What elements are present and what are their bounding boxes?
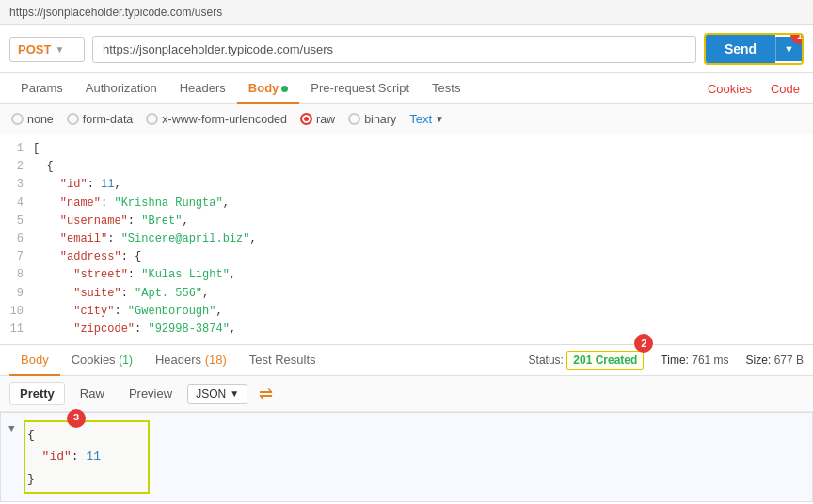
response-tabs: Body Cookies (1) Headers (18) Test Resul… bbox=[0, 345, 813, 376]
method-arrow-icon: ▼ bbox=[55, 44, 64, 55]
method-label: POST bbox=[18, 42, 51, 56]
json-select[interactable]: JSON ▼ bbox=[187, 384, 247, 404]
annotation-3: 3 bbox=[67, 409, 86, 428]
code-line-4: 4 "name": "Krishna Rungta", bbox=[0, 195, 813, 213]
resp-tab-body[interactable]: Body bbox=[9, 345, 60, 376]
wrap-button[interactable]: ⇌ bbox=[259, 384, 273, 404]
radio-binary[interactable] bbox=[348, 113, 360, 125]
status-info: 2 Status: 201 Created Time: 761 ms Size:… bbox=[529, 351, 804, 370]
code-link[interactable]: Code bbox=[767, 74, 804, 103]
status-value: 201 Created bbox=[566, 351, 644, 370]
code-line-1: 1 [ bbox=[0, 140, 813, 158]
code-line-10: 10 "city": "Gwenborough", bbox=[0, 303, 813, 321]
code-line-7: 7 "address": { bbox=[0, 248, 813, 266]
annotation-2: 2 bbox=[634, 334, 653, 353]
resp-tab-headers[interactable]: Headers (18) bbox=[144, 345, 238, 376]
code-line-2: 2 { bbox=[0, 158, 813, 176]
request-tabs: Params Authorization Headers Body Pre-re… bbox=[0, 73, 813, 104]
tab-headers[interactable]: Headers bbox=[168, 73, 237, 104]
option-form-data[interactable]: form-data bbox=[67, 113, 134, 126]
request-row: POST ▼ 1 Send ▼ bbox=[0, 25, 813, 73]
resp-line-1: 3 ▼ { "id": 11 } bbox=[1, 420, 812, 494]
code-editor[interactable]: 1 [ 2 { 3 "id": 11, 4 "name": "Krishna R… bbox=[0, 134, 813, 345]
send-button[interactable]: Send bbox=[706, 35, 775, 63]
radio-form-data[interactable] bbox=[67, 113, 79, 125]
radio-none[interactable] bbox=[11, 113, 24, 125]
size-info: Size: 677 B bbox=[746, 354, 804, 367]
method-select[interactable]: POST ▼ bbox=[9, 37, 85, 62]
tab-params[interactable]: Params bbox=[9, 73, 74, 104]
collapse-toggle[interactable]: ▼ bbox=[8, 420, 24, 439]
headers-badge: (18) bbox=[205, 353, 227, 367]
fmt-preview[interactable]: Preview bbox=[120, 383, 182, 404]
tab-right-links: Cookies Code bbox=[704, 74, 804, 103]
status-label: Status: bbox=[529, 354, 564, 367]
code-line-11: 11 "zipcode": "92998-3874", bbox=[0, 321, 813, 339]
resp-tab-test-results[interactable]: Test Results bbox=[238, 345, 327, 376]
radio-raw[interactable] bbox=[300, 113, 312, 125]
option-raw[interactable]: raw bbox=[300, 113, 335, 126]
url-input[interactable] bbox=[92, 36, 696, 63]
radio-urlencoded[interactable] bbox=[146, 113, 158, 125]
option-binary[interactable]: binary bbox=[348, 113, 396, 126]
option-none[interactable]: none bbox=[11, 113, 54, 126]
send-button-wrap: 1 Send ▼ bbox=[704, 33, 804, 65]
url-bar: https://jsonplaceholder.typicode.com/use… bbox=[0, 0, 813, 25]
code-line-9: 9 "suite": "Apt. 556", bbox=[0, 285, 813, 303]
text-dropdown[interactable]: Text ▼ bbox=[409, 112, 444, 126]
fmt-raw[interactable]: Raw bbox=[71, 383, 114, 404]
time-info: Time: 761 ms bbox=[661, 354, 728, 367]
tab-tests[interactable]: Tests bbox=[421, 73, 471, 104]
code-line-3: 3 "id": 11, bbox=[0, 176, 813, 194]
body-options: none form-data x-www-form-urlencoded raw… bbox=[0, 104, 813, 134]
option-urlencoded[interactable]: x-www-form-urlencoded bbox=[146, 113, 287, 126]
fmt-pretty[interactable]: Pretty bbox=[9, 382, 65, 405]
code-line-8: 8 "street": "Kulas Light", bbox=[0, 266, 813, 284]
tab-body[interactable]: Body bbox=[237, 73, 300, 104]
text-dropdown-arrow: ▼ bbox=[435, 114, 444, 124]
url-bar-text: https://jsonplaceholder.typicode.com/use… bbox=[9, 6, 222, 19]
tab-authorization[interactable]: Authorization bbox=[74, 73, 168, 104]
tab-pre-request[interactable]: Pre-request Script bbox=[299, 73, 421, 104]
resp-tab-cookies[interactable]: Cookies (1) bbox=[60, 345, 144, 376]
format-bar: Pretty Raw Preview JSON ▼ ⇌ bbox=[0, 376, 813, 412]
json-arrow-icon: ▼ bbox=[230, 388, 239, 399]
response-body-wrap: 3 ▼ { "id": 11 } bbox=[0, 412, 813, 502]
body-dot bbox=[281, 86, 288, 92]
code-line-6: 6 "email": "Sincere@april.biz", bbox=[0, 230, 813, 248]
status-annotation-wrap: 2 Status: 201 Created bbox=[529, 351, 645, 370]
cookies-link[interactable]: Cookies bbox=[704, 74, 756, 103]
cookies-badge: (1) bbox=[119, 354, 133, 367]
response-body[interactable]: 3 ▼ { "id": 11 } bbox=[0, 412, 813, 502]
code-line-5: 5 "username": "Bret", bbox=[0, 213, 813, 230]
